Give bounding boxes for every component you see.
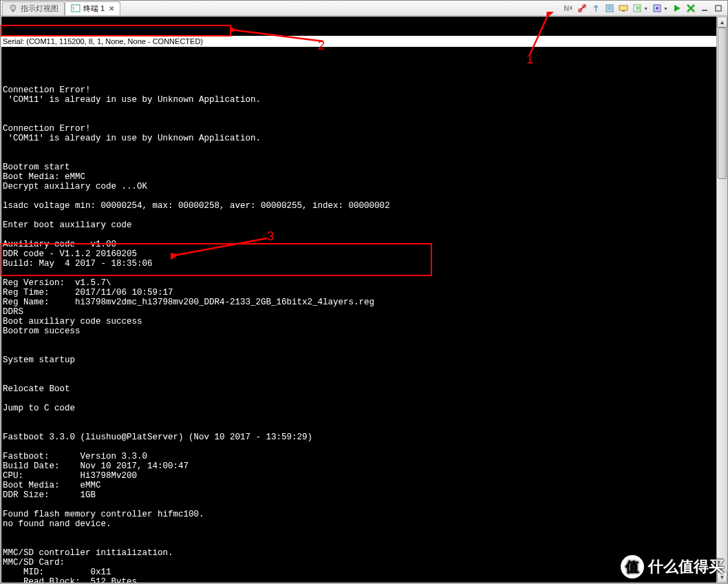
- serial-connection-header: Serial: (COM11, 115200, 8, 1, None, None…: [1, 36, 727, 47]
- scroll-track[interactable]: [717, 28, 727, 572]
- watermark-badge: 值: [621, 555, 644, 578]
- terminal-output: Connection Error! 'COM11' is already in …: [1, 66, 727, 583]
- svg-rect-5: [606, 5, 613, 12]
- monitor-button[interactable]: [617, 2, 630, 14]
- tab-label: 终端 1: [83, 3, 105, 14]
- stop-button[interactable]: [685, 2, 697, 14]
- svg-rect-15: [716, 6, 721, 11]
- terminal[interactable]: Serial: (COM11, 115200, 8, 1, None, None…: [1, 17, 727, 583]
- svg-text:⌘: ⌘: [635, 6, 641, 12]
- bulb-icon: [8, 3, 18, 13]
- scroll-up-button[interactable]: ▲: [717, 17, 727, 28]
- tab-indicator-view[interactable]: 指示灯视图: [2, 1, 65, 15]
- disconnect-button[interactable]: [576, 2, 588, 14]
- watermark-text: 什么值得买: [648, 556, 724, 577]
- dropdown-icon[interactable]: ▼: [643, 6, 648, 11]
- tab-terminal-1[interactable]: 终端 1 ✕: [65, 1, 120, 15]
- dropdown-icon[interactable]: ▼: [663, 6, 668, 11]
- watermark: 值 什么值得买: [621, 555, 724, 578]
- svg-point-0: [10, 5, 16, 10]
- svg-point-13: [656, 7, 659, 10]
- vertical-scrollbar[interactable]: ▲ ▼: [716, 17, 727, 583]
- connect-mode-button[interactable]: N⬍: [562, 2, 575, 14]
- svg-rect-2: [72, 5, 80, 12]
- toolbar: N⬍ ⌘ ▼ ▼: [562, 1, 725, 16]
- terminal-icon: [71, 3, 81, 13]
- pin-button[interactable]: [590, 2, 602, 14]
- svg-rect-1: [12, 10, 14, 12]
- maximize-button[interactable]: [712, 2, 725, 14]
- minimize-button[interactable]: [698, 2, 711, 14]
- close-icon[interactable]: ✕: [109, 5, 114, 12]
- svg-rect-8: [619, 6, 628, 10]
- command-button[interactable]: ⌘: [631, 2, 643, 14]
- settings-button[interactable]: [651, 2, 663, 14]
- svg-rect-14: [702, 10, 707, 11]
- svg-rect-9: [622, 10, 625, 12]
- run-button[interactable]: [671, 2, 683, 14]
- tab-bar: 指示灯视图 终端 1 ✕ N⬍ ⌘: [1, 1, 727, 16]
- tab-label: 指示灯视图: [21, 3, 58, 14]
- scroll-thumb[interactable]: [718, 28, 727, 179]
- properties-button[interactable]: [603, 2, 616, 14]
